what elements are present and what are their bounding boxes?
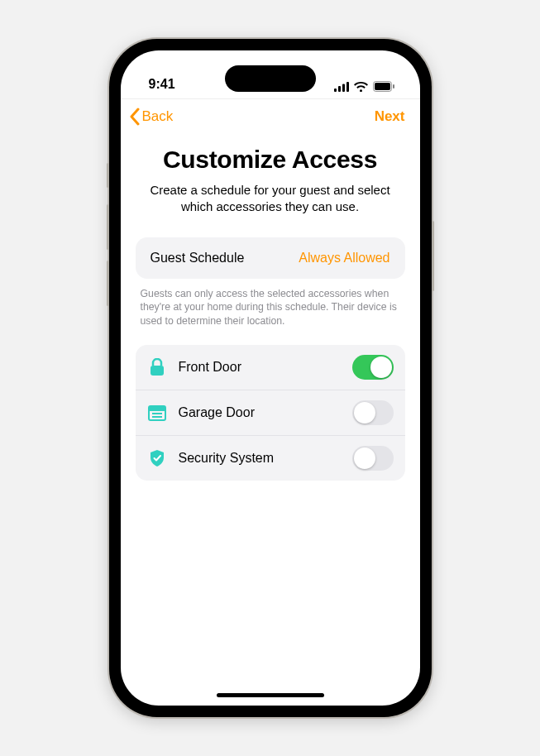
guest-schedule-label: Guest Schedule	[151, 251, 245, 266]
accessory-label: Security System	[179, 451, 352, 466]
svg-rect-9	[149, 406, 165, 411]
list-item-security-system: Security System	[136, 435, 405, 481]
toggle-front-door[interactable]	[352, 355, 394, 380]
nav-bar: Back Next	[121, 98, 420, 131]
svg-rect-11	[152, 416, 162, 418]
guest-schedule-value: Always Allowed	[299, 251, 389, 266]
wifi-icon	[354, 82, 368, 92]
toggle-security-system[interactable]	[352, 446, 394, 471]
accessory-list: Front Door Garage Door Security System	[136, 345, 405, 481]
screen: 9:41 Back Next	[121, 50, 420, 706]
svg-rect-3	[346, 82, 349, 92]
shield-icon	[147, 448, 167, 468]
phone-device: 9:41 Back Next	[109, 39, 432, 717]
power-button	[432, 221, 434, 291]
dynamic-island	[225, 65, 316, 92]
svg-rect-10	[152, 413, 162, 414]
svg-rect-5	[375, 83, 390, 90]
page-title: Customize Access	[121, 146, 420, 174]
back-button[interactable]: Back	[129, 108, 174, 126]
lock-icon	[147, 357, 167, 377]
volume-down-button	[107, 261, 109, 306]
status-time: 9:41	[149, 77, 175, 92]
garage-icon	[147, 403, 167, 423]
schedule-footnote: Guests can only access the selected acce…	[141, 287, 400, 329]
home-indicator[interactable]	[217, 693, 324, 697]
toggle-garage-door[interactable]	[352, 400, 394, 425]
chevron-left-icon	[129, 108, 141, 126]
svg-rect-0	[334, 89, 337, 92]
accessory-label: Garage Door	[179, 405, 352, 420]
next-button[interactable]: Next	[375, 108, 405, 125]
svg-rect-6	[393, 84, 394, 89]
svg-rect-7	[151, 366, 164, 376]
status-indicators	[334, 81, 395, 92]
silent-switch	[107, 163, 109, 188]
battery-icon	[373, 81, 395, 92]
svg-rect-2	[342, 84, 345, 92]
back-label: Back	[142, 108, 174, 125]
list-item-front-door: Front Door	[136, 345, 405, 390]
volume-up-button	[107, 204, 109, 250]
svg-rect-1	[338, 86, 341, 92]
cellular-icon	[334, 82, 349, 92]
guest-schedule-row[interactable]: Guest Schedule Always Allowed	[136, 237, 405, 279]
page-subtitle: Create a schedule for your guest and sel…	[121, 174, 420, 216]
list-item-garage-door: Garage Door	[136, 390, 405, 435]
accessory-label: Front Door	[179, 360, 352, 375]
